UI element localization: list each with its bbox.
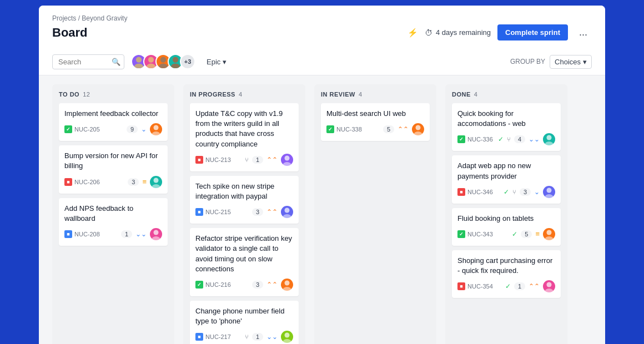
card-id-section: ■NUC-208 [64,230,100,238]
card-actions: ✓5≡ [512,228,555,240]
card[interactable]: Adapt web app no new payments provider■N… [452,155,561,203]
card-badge: 3 [520,188,531,196]
card-assignee-avatar [281,331,293,343]
card-title: Change phone number field type to 'phone… [195,306,293,326]
svg-point-5 [158,63,168,69]
branch-icon: ⑂ [512,189,516,195]
svg-point-19 [283,287,291,291]
svg-point-29 [545,236,554,240]
card-assignee-avatar [281,206,293,218]
card-actions: 5⌃⌃ [383,123,424,135]
epic-filter[interactable]: Epic ▾ [202,55,231,68]
card[interactable]: Implement feedback collector✓NUC-2059⌄ [59,103,168,141]
svg-point-22 [416,125,421,130]
card-id-section: ✓NUC-205 [64,125,100,133]
card[interactable]: Tech spike on new stripe integration wit… [190,176,299,224]
choices-dropdown[interactable]: Choices ▾ [550,55,592,69]
card-assignee-avatar [150,228,162,240]
card-assignee-avatar [543,280,555,292]
epic-label: Epic [207,58,220,66]
card[interactable]: Bump version for new API for billing■NUC… [59,145,168,193]
svg-point-4 [160,57,166,62]
card-actions: 3⌃⌃ [252,206,293,218]
card[interactable]: Fluid booking on tablets✓NUC-343✓5≡ [452,208,561,246]
svg-point-14 [285,155,290,160]
column-done: DONE 4Quick booking for accomodations - … [445,84,567,344]
card-type-icon-green: ✓ [457,135,465,143]
clock-icon: ⏱ [425,28,432,37]
column-label: TO DO [59,91,79,98]
svg-point-2 [148,57,154,62]
card-title: Fluid booking on tablets [457,214,555,224]
card-ticket-id: NUC-215 [205,209,231,215]
card-meta: ■NUC-354✓1⌃⌃ [457,280,555,292]
card-badge: 1 [514,282,525,290]
avatar-group[interactable]: +3 [131,54,195,69]
page-title: Board [52,26,88,40]
group-by-label: GROUP BY [510,58,545,65]
card-id-section: ✓NUC-343 [457,230,493,238]
card[interactable]: Refactor stripe verification key validat… [190,228,299,296]
card[interactable]: Change phone number field type to 'phone… [190,301,299,344]
card-type-icon-red: ■ [457,282,465,290]
svg-point-18 [285,280,290,285]
priority-high-icon: ⌃⌃ [529,282,540,290]
card-meta: ✓NUC-3385⌃⌃ [326,123,424,135]
svg-point-31 [545,289,554,292]
svg-point-12 [154,230,159,235]
column-header: TO DO 12 [59,91,168,98]
svg-point-0 [136,57,142,62]
search-box[interactable]: 🔍 [52,54,124,69]
card-ticket-id: NUC-336 [467,136,493,143]
card-title: Implement feedback collector [64,109,162,119]
card-title: Bump version for new API for billing [64,151,162,171]
svg-point-9 [152,131,160,135]
branch-icon: ⑂ [245,333,249,340]
card-actions: 9⌄ [127,123,162,135]
card-ticket-id: NUC-213 [205,156,231,163]
card-assignee-avatar [543,133,555,145]
card-title: Tech spike on new stripe integration wit… [195,181,293,201]
priority-high-icon: ⌃⌃ [266,281,278,289]
header-top: Board ⚡ ⏱ 4 days remaining Complete spri… [52,24,592,48]
card-type-icon-green: ✓ [457,230,465,238]
svg-point-8 [154,125,159,130]
card[interactable]: Add NPS feedback to wallboard■NUC-2081⌄⌄ [59,198,168,246]
card[interactable]: Shoping cart purchasing error - quick fi… [452,250,561,298]
search-input[interactable] [58,58,108,66]
card[interactable]: Multi-dest search UI web✓NUC-3385⌃⌃ [321,103,430,141]
lightning-icon[interactable]: ⚡ [407,28,418,38]
card-type-icon-green: ✓ [326,125,334,133]
card-badge: 1 [121,230,132,238]
svg-point-23 [414,131,422,135]
complete-sprint-button[interactable]: Complete sprint [497,24,568,41]
card-title: Adapt web app no new payments provider [457,161,555,181]
check-icon: ✓ [505,282,511,290]
column-header: IN REVIEW 4 [321,91,430,98]
card-ticket-id: NUC-217 [205,333,231,340]
svg-point-7 [170,63,180,69]
card-type-icon-red: ■ [457,188,465,196]
card-badge: 9 [127,125,138,133]
card-actions: ✓⑂4⌄⌄ [498,133,555,145]
priority-lowest-icon: ⌄⌄ [529,135,540,143]
timer-label: 4 days remaining [436,28,491,37]
card-type-icon-blue: ■ [195,333,203,341]
card-meta: ■NUC-346✓⑂3⌄ [457,186,555,198]
card[interactable]: Update T&C copy with v1.9 from the write… [190,103,299,171]
chevron-down-icon: ▾ [223,58,227,66]
card-type-icon-blue: ■ [195,208,203,216]
more-options-button[interactable]: ... [575,24,592,41]
column-inreview: IN REVIEW 4Multi-dest search UI web✓NUC-… [314,84,436,344]
card-assignee-avatar [543,228,555,240]
timer-info: ⏱ 4 days remaining [425,28,491,37]
card-id-section: ■NUC-206 [64,178,100,186]
card-ticket-id: NUC-216 [205,281,231,288]
card-title: Quick booking for accomodations - web [457,109,555,129]
column-header: DONE 4 [452,91,561,98]
avatar-extra-count[interactable]: +3 [180,54,195,69]
card[interactable]: Quick booking for accomodations - web✓NU… [452,103,561,151]
svg-point-3 [146,63,155,69]
check-icon: ✓ [498,135,504,143]
svg-point-10 [154,178,159,183]
